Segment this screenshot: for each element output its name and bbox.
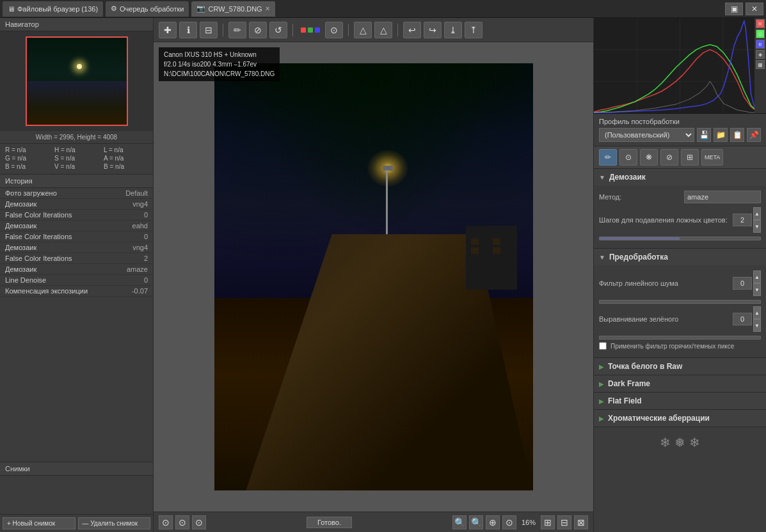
icon-tab-exposure[interactable]: ⊙ bbox=[619, 149, 637, 166]
suppress-slider[interactable] bbox=[599, 237, 761, 240]
tool-edit[interactable]: ✏ bbox=[228, 22, 246, 38]
tab-close-icon[interactable]: ✕ bbox=[265, 5, 270, 12]
tab-filebrowser[interactable]: 🖥 Файловый браузер (136) bbox=[3, 1, 103, 17]
navigator-header: Навигатор bbox=[0, 18, 153, 31]
demosaic-header[interactable]: ▼ Демозаик bbox=[594, 169, 766, 185]
tool-arrow1[interactable]: ↩ bbox=[403, 22, 421, 38]
linedenoise-down[interactable]: ▼ bbox=[753, 283, 761, 296]
linedenoise-slider[interactable] bbox=[599, 300, 761, 304]
zoom-extra-btn[interactable]: ⊠ bbox=[574, 515, 588, 529]
history-item[interactable]: Фото загруженоDefault bbox=[0, 188, 153, 199]
tool-arrow2[interactable]: ↪ bbox=[424, 22, 442, 38]
hist-icon-4[interactable]: ◈ bbox=[756, 50, 765, 59]
left-panel: Навигатор Width = 2996, Height = 4008 R … bbox=[0, 18, 154, 532]
zoom-100-btn[interactable]: ⊙ bbox=[502, 515, 516, 529]
history-item[interactable]: Line Denoise0 bbox=[0, 275, 153, 286]
suppress-input[interactable] bbox=[733, 214, 752, 226]
image-area[interactable]: Canon IXUS 310 HS + Unknown f/2.0 1/4s i… bbox=[154, 42, 593, 512]
whitepoint-section[interactable]: ▶ Точка белого в Raw bbox=[594, 358, 766, 375]
b-value: B = n/a bbox=[5, 163, 49, 170]
tool-brush[interactable]: ⊘ bbox=[249, 22, 267, 38]
window-tile-btn[interactable]: ▣ bbox=[725, 3, 743, 15]
history-item-value: eahd bbox=[132, 222, 148, 230]
statusbar-icon2[interactable]: ⊙ bbox=[175, 515, 189, 529]
history-item[interactable]: Демозаикvng4 bbox=[0, 242, 153, 253]
icon-tabs: ✏ ⊙ ❋ ⊘ ⊞ META bbox=[594, 146, 766, 169]
zoom-fit-btn[interactable]: ⊕ bbox=[486, 515, 500, 529]
history-item[interactable]: Демозаикeahd bbox=[0, 221, 153, 231]
tab-queue[interactable]: ⚙ Очередь обработки bbox=[106, 1, 189, 17]
whitepoint-arrow: ▶ bbox=[599, 363, 604, 370]
tool-triangle[interactable]: △ bbox=[354, 22, 372, 38]
flatfield-section[interactable]: ▶ Flat Field bbox=[594, 393, 766, 410]
snowflake-area: ❄ ❅ ❄ bbox=[594, 427, 766, 458]
suppress-down[interactable]: ▼ bbox=[753, 220, 761, 233]
profile-select[interactable]: (Пользовательский) bbox=[599, 128, 694, 142]
method-input[interactable] bbox=[684, 191, 761, 203]
icon-tab-edit[interactable]: ✏ bbox=[599, 149, 617, 166]
tool-arrow4[interactable]: ⤒ bbox=[465, 22, 483, 38]
history-item[interactable]: False Color Iterations0 bbox=[0, 231, 153, 242]
greenequal-slider[interactable] bbox=[599, 336, 761, 340]
add-snapshot-button[interactable]: + Новый снимок bbox=[3, 517, 76, 529]
hist-icon-5[interactable]: ▦ bbox=[756, 60, 765, 69]
linedenoise-input[interactable] bbox=[733, 277, 752, 290]
nav-scene bbox=[27, 38, 127, 125]
delete-snapshot-button[interactable]: — Удалить снимок bbox=[78, 517, 151, 529]
building-windows bbox=[471, 239, 512, 254]
icon-tab-lens[interactable]: ⊘ bbox=[660, 149, 678, 166]
statusbar-icon3[interactable]: ⊙ bbox=[192, 515, 206, 529]
history-item-value: amaze bbox=[127, 265, 148, 273]
preprocess-header[interactable]: ▼ Предобработка bbox=[594, 249, 766, 265]
tool-info[interactable]: ℹ bbox=[179, 22, 197, 38]
profile-copy-btn[interactable]: 📋 bbox=[730, 128, 744, 142]
greenequal-down[interactable]: ▼ bbox=[753, 319, 761, 332]
hist-icon-3[interactable]: B bbox=[756, 40, 765, 49]
profile-save-btn[interactable]: 💾 bbox=[697, 128, 711, 142]
h-value: H = n/a bbox=[54, 146, 99, 153]
tool-add[interactable]: ✚ bbox=[159, 22, 177, 38]
icon-tab-transform[interactable]: ⊞ bbox=[681, 149, 699, 166]
greenequal-input[interactable] bbox=[733, 313, 752, 325]
tool-arrow3[interactable]: ⤓ bbox=[444, 22, 462, 38]
hotpixel-checkbox[interactable] bbox=[599, 342, 607, 350]
zoom-in-btn[interactable]: 🔍 bbox=[469, 515, 483, 529]
building bbox=[466, 226, 517, 290]
hist-icon-2[interactable]: G bbox=[756, 29, 765, 38]
darkframe-section[interactable]: ▶ Dark Frame bbox=[594, 375, 766, 393]
profile-load-btn[interactable]: 📁 bbox=[714, 128, 728, 142]
icon-tab-color[interactable]: ❋ bbox=[640, 149, 658, 166]
a-value: A = n/a bbox=[104, 155, 148, 162]
tool-rotate[interactable]: ↺ bbox=[269, 22, 287, 38]
suppress-up[interactable]: ▲ bbox=[753, 207, 761, 220]
tool-triangle2[interactable]: △ bbox=[374, 22, 392, 38]
hist-icon-1[interactable]: R bbox=[756, 19, 765, 28]
zoom-level: 16% bbox=[519, 519, 538, 526]
history-item[interactable]: Компенсация экспозиции-0.07 bbox=[0, 286, 153, 297]
icon-tab-meta[interactable]: META bbox=[701, 149, 723, 166]
history-item[interactable]: False Color Iterations0 bbox=[0, 210, 153, 221]
tab-photo[interactable]: 📷 CRW_5780.DNG ✕ bbox=[191, 1, 275, 17]
history-item[interactable]: False Color Iterations2 bbox=[0, 253, 153, 264]
window-close-btn[interactable]: ✕ bbox=[746, 3, 763, 15]
color-info: R = n/a H = n/a L = n/a G = n/a S = n/a … bbox=[0, 144, 153, 175]
history-list[interactable]: Фото загруженоDefaultДемозаикvng4False C… bbox=[0, 188, 153, 462]
s-value: S = n/a bbox=[54, 155, 99, 162]
zoom-screen-btn[interactable]: ⊞ bbox=[541, 515, 555, 529]
add-snapshot-label: + Новый снимок bbox=[7, 520, 55, 527]
statusbar-icon1[interactable]: ⊙ bbox=[159, 515, 173, 529]
zoom-out-btn[interactable]: 🔍 bbox=[452, 515, 467, 529]
greenequal-up[interactable]: ▲ bbox=[753, 306, 761, 319]
profile-paste-btn[interactable]: 📌 bbox=[747, 128, 761, 142]
chromatic-section[interactable]: ▶ Хроматические аберрации bbox=[594, 410, 766, 427]
tool-circle[interactable]: ⊙ bbox=[325, 22, 343, 38]
tool-crop[interactable]: ⊟ bbox=[200, 22, 218, 38]
color-row-2: G = n/a S = n/a A = n/a bbox=[5, 155, 148, 162]
v-value: V = n/a bbox=[54, 163, 99, 170]
zoom-full-btn[interactable]: ⊟ bbox=[557, 515, 571, 529]
history-item[interactable]: Демозаикamaze bbox=[0, 264, 153, 275]
window-3 bbox=[471, 247, 479, 254]
navigator-thumbnail bbox=[26, 36, 128, 126]
linedenoise-up[interactable]: ▲ bbox=[753, 270, 761, 283]
history-item[interactable]: Демозаикvng4 bbox=[0, 199, 153, 210]
